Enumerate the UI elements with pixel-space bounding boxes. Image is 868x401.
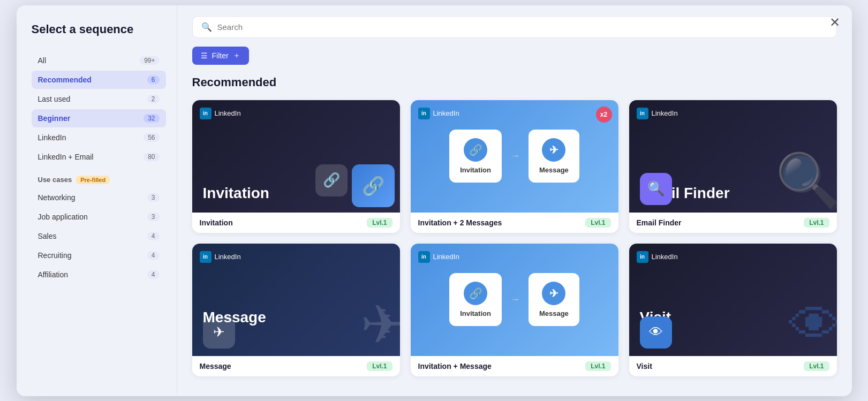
main-content: 🔍 ☰ Filter ＋ Recommended in LinkedIn Inv… bbox=[177, 5, 852, 396]
sidebar-item-label: Recommended bbox=[38, 75, 92, 84]
sidebar-badge: 2 bbox=[147, 95, 160, 103]
sidebar-badge: 32 bbox=[144, 114, 159, 123]
sidebar-item-label: Job application bbox=[38, 213, 88, 221]
flow-step-invitation: 🔗 Invitation bbox=[449, 130, 502, 183]
card-main-title: Invitation bbox=[203, 185, 269, 202]
email-finder-bg-icon: 🔍 bbox=[775, 149, 837, 213]
sidebar-item-label: LinkedIn + Email bbox=[38, 153, 94, 161]
sidebar-badge: 80 bbox=[144, 153, 159, 161]
search-bar: 🔍 bbox=[192, 16, 837, 38]
card-name: Message bbox=[200, 362, 231, 370]
use-cases-section-label: Use cases Pre-filled bbox=[38, 176, 166, 184]
sidebar-badge: 4 bbox=[147, 270, 160, 279]
filter-label: Filter bbox=[212, 51, 229, 60]
modal: ✕ Select a sequence All 99+ Recommended … bbox=[17, 5, 852, 396]
message-bg-icon: ✈ bbox=[360, 293, 400, 356]
sidebar-item-label: Beginner bbox=[38, 114, 71, 123]
link-icon-large: 🔗 bbox=[352, 164, 395, 207]
card-image: in LinkedIn x2 🔗 Invitation → ✈ Message bbox=[411, 100, 618, 213]
filter-icon: ☰ bbox=[201, 51, 208, 60]
flow-step-message: ✈ Message bbox=[529, 273, 579, 326]
invitation-icon: 🔗 bbox=[464, 138, 487, 162]
visit-bg-icon: 👁 bbox=[789, 294, 837, 356]
chain-icon: 🔗 bbox=[315, 164, 348, 196]
sidebar-badge: 3 bbox=[147, 213, 160, 221]
sidebar-item-recommended[interactable]: Recommended 6 bbox=[32, 71, 166, 89]
sidebar-title: Select a sequence bbox=[32, 22, 166, 36]
card-footer: Invitation Lvl.1 bbox=[192, 213, 400, 233]
sidebar-item-label: LinkedIn bbox=[38, 133, 66, 142]
sidebar-item-sales[interactable]: Sales 4 bbox=[32, 227, 166, 245]
card-platform-label: in LinkedIn bbox=[200, 108, 241, 119]
card-name: Invitation + 2 Messages bbox=[418, 218, 502, 227]
card-visit[interactable]: in LinkedIn Visit 👁 👁 Visit Lvl.1 bbox=[629, 244, 837, 376]
card-image: in LinkedIn 🔗 Invitation → ✈ Message bbox=[411, 244, 618, 356]
visit-icon: 👁 bbox=[640, 316, 672, 349]
sidebar-badge: 4 bbox=[147, 251, 160, 260]
message-icon: ✈ bbox=[542, 138, 565, 162]
card-image: in LinkedIn Invitation 🔗 🔗 bbox=[192, 100, 400, 213]
card-name: Invitation + Message bbox=[418, 362, 492, 370]
sidebar-badge: 6 bbox=[147, 75, 160, 84]
sidebar-item-affiliation[interactable]: Affiliation 4 bbox=[32, 266, 166, 284]
card-invitation[interactable]: in LinkedIn Invitation 🔗 🔗 Invitation Lv… bbox=[192, 100, 400, 233]
level-badge: Lvl.1 bbox=[804, 218, 829, 228]
filter-button[interactable]: ☰ Filter ＋ bbox=[192, 47, 249, 65]
flow-arrow: → bbox=[510, 150, 520, 162]
card-invitation-2-messages[interactable]: in LinkedIn x2 🔗 Invitation → ✈ Message bbox=[411, 100, 618, 233]
email-finder-icon: 🔍 bbox=[640, 173, 672, 205]
card-email-finder[interactable]: in LinkedIn Email Finder 🔍 🔍 Email Finde… bbox=[629, 100, 837, 233]
card-invitation-message[interactable]: in LinkedIn 🔗 Invitation → ✈ Message bbox=[411, 244, 618, 376]
message-icon: ✈ bbox=[542, 282, 565, 305]
card-platform-label: in LinkedIn bbox=[637, 108, 678, 119]
sidebar-item-label: Recruiting bbox=[38, 251, 72, 260]
flow-step-message: ✈ Message bbox=[529, 130, 579, 183]
card-flow: 🔗 Invitation → ✈ Message bbox=[411, 100, 618, 213]
message-icon: ✈ bbox=[203, 316, 235, 349]
linkedin-icon: in bbox=[637, 251, 648, 263]
level-badge: Lvl.1 bbox=[367, 218, 392, 228]
card-footer: Email Finder Lvl.1 bbox=[629, 213, 837, 233]
card-footer: Visit Lvl.1 bbox=[629, 356, 837, 376]
pre-filled-badge: Pre-filled bbox=[76, 176, 110, 184]
sidebar-item-label: Sales bbox=[38, 232, 57, 240]
sidebar-item-linkedin[interactable]: LinkedIn 56 bbox=[32, 128, 166, 147]
card-image: in LinkedIn Message ✈ ✈ bbox=[192, 244, 400, 356]
sidebar-badge: 4 bbox=[147, 232, 160, 240]
linkedin-icon: in bbox=[200, 251, 212, 263]
sidebar-item-label: Affiliation bbox=[38, 270, 69, 279]
sidebar-item-job-application[interactable]: Job application 3 bbox=[32, 208, 166, 226]
sidebar-item-last-used[interactable]: Last used 2 bbox=[32, 90, 166, 108]
card-name: Invitation bbox=[200, 218, 233, 227]
sidebar-item-networking[interactable]: Networking 3 bbox=[32, 188, 166, 207]
sidebar-item-label: Last used bbox=[38, 95, 71, 103]
card-footer: Invitation + 2 Messages Lvl.1 bbox=[411, 213, 618, 233]
sidebar-item-linkedin-email[interactable]: LinkedIn + Email 80 bbox=[32, 148, 166, 166]
flow-arrow: → bbox=[510, 294, 520, 305]
level-badge: Lvl.1 bbox=[367, 361, 392, 371]
sidebar-badge: 56 bbox=[144, 133, 159, 142]
card-name: Visit bbox=[637, 362, 652, 370]
cards-grid: in LinkedIn Invitation 🔗 🔗 Invitation Lv… bbox=[192, 100, 837, 376]
sidebar-item-beginner[interactable]: Beginner 32 bbox=[32, 109, 166, 127]
close-button[interactable]: ✕ bbox=[829, 15, 840, 30]
card-platform-label: in LinkedIn bbox=[200, 251, 241, 263]
search-icon: 🔍 bbox=[201, 22, 212, 32]
sidebar-item-label: All bbox=[38, 56, 47, 65]
sidebar-badge: 3 bbox=[147, 193, 160, 202]
flow-step-invitation: 🔗 Invitation bbox=[449, 273, 502, 326]
add-filter-icon: ＋ bbox=[233, 51, 240, 60]
card-name: Email Finder bbox=[637, 218, 682, 227]
level-badge: Lvl.1 bbox=[585, 218, 610, 228]
card-platform-label: in LinkedIn bbox=[637, 251, 678, 263]
level-badge: Lvl.1 bbox=[804, 361, 829, 371]
card-flow: 🔗 Invitation → ✈ Message bbox=[411, 244, 618, 356]
sidebar-item-all[interactable]: All 99+ bbox=[32, 51, 166, 70]
sidebar-item-recruiting[interactable]: Recruiting 4 bbox=[32, 246, 166, 264]
section-heading: Recommended bbox=[192, 75, 837, 89]
search-input[interactable] bbox=[217, 22, 828, 32]
card-message[interactable]: in LinkedIn Message ✈ ✈ Message Lvl.1 bbox=[192, 244, 400, 376]
invitation-icon: 🔗 bbox=[464, 282, 487, 305]
card-footer: Invitation + Message Lvl.1 bbox=[411, 356, 618, 376]
level-badge: Lvl.1 bbox=[585, 361, 610, 371]
